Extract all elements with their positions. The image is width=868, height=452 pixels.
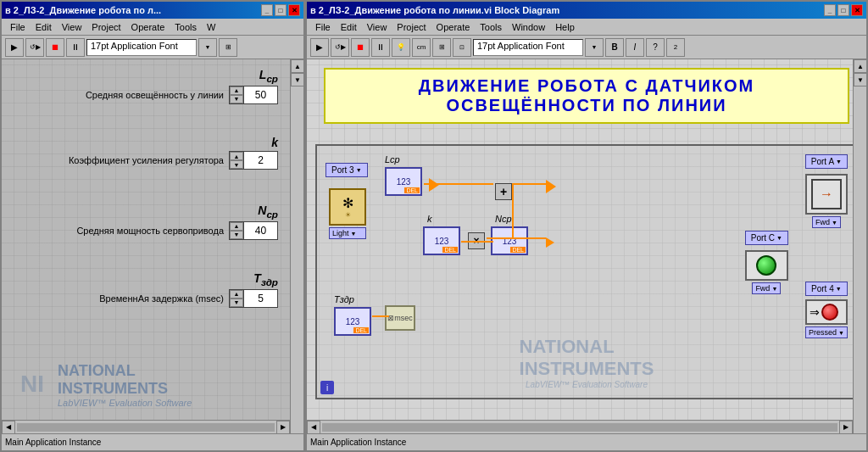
ncp-arrows[interactable]: ▲ ▼	[230, 222, 243, 239]
k-up[interactable]: ▲	[230, 152, 243, 160]
menu-operate-right[interactable]: Operate	[431, 21, 476, 33]
extra-btn[interactable]: 2	[666, 38, 685, 57]
menu-edit-right[interactable]: Edit	[336, 21, 362, 33]
k-numeric[interactable]: ▲ ▼ 2	[229, 151, 278, 170]
stop-btn-left[interactable]: ⏹	[46, 38, 64, 57]
run-cont-btn[interactable]: ↺▶	[25, 38, 44, 57]
snap-btn[interactable]: ⊞	[219, 38, 237, 57]
left-scrollbar-h[interactable]: ◀ ▶	[2, 420, 290, 433]
scroll-up-right[interactable]: ▲	[854, 59, 866, 73]
stop-btn-right[interactable]: ⏹	[351, 38, 370, 57]
close-btn[interactable]: ✕	[288, 4, 300, 16]
lcp-numeric[interactable]: ▲ ▼ 50	[229, 86, 278, 104]
close-btn-right[interactable]: ✕	[851, 4, 863, 16]
font-size-btn[interactable]: ▼	[198, 38, 217, 57]
tzadr-arrows[interactable]: ▲ ▼	[230, 290, 243, 307]
menu-view-right[interactable]: View	[362, 21, 392, 33]
scroll-h-track-left[interactable]	[17, 423, 275, 432]
tzadr-numeric[interactable]: ▲ ▼ 5	[229, 289, 278, 308]
run-btn-right[interactable]: ▶	[310, 38, 329, 57]
port4-node[interactable]: Port 4 ▼	[805, 282, 848, 296]
port4-control[interactable]: ⇒	[805, 299, 848, 325]
ncp-value[interactable]: 40	[243, 222, 277, 239]
light-sensor-node[interactable]: ✻ ☀	[329, 188, 366, 226]
right-scrollbar-h[interactable]: ◀ ▶	[307, 420, 853, 433]
lcp-up[interactable]: ▲	[230, 86, 243, 95]
pause-btn-right[interactable]: ⏸	[371, 38, 390, 57]
font-selector-left[interactable]: 17pt Application Font	[86, 39, 197, 56]
k-node-box[interactable]: 123 DEL	[423, 226, 460, 255]
cm-btn[interactable]: cm	[412, 38, 431, 57]
menu-tools-right[interactable]: Tools	[475, 21, 507, 33]
lcp-down[interactable]: ▼	[230, 95, 243, 103]
ncp-up[interactable]: ▲	[230, 222, 243, 231]
k-down[interactable]: ▼	[230, 160, 243, 169]
menu-project-right[interactable]: Project	[392, 21, 431, 33]
scroll-up-left[interactable]: ▲	[291, 59, 303, 73]
ncp-node-box[interactable]: 123 DEL	[491, 226, 528, 255]
help-btn[interactable]: ?	[646, 38, 665, 57]
msec-box[interactable]: ⊠msec	[385, 305, 415, 331]
k-arrows[interactable]: ▲ ▼	[230, 152, 243, 169]
tzadr-up[interactable]: ▲	[230, 290, 243, 299]
portc-node[interactable]: Port C ▼	[745, 231, 788, 245]
clean-btn[interactable]: ⊡	[453, 38, 471, 57]
font-selector-right[interactable]: 17pt Application Font	[473, 39, 583, 56]
tzadr-node-box[interactable]: 123 DEL	[334, 307, 371, 336]
scroll-left-left[interactable]: ◀	[2, 421, 15, 434]
left-scrollbar-v[interactable]: ▲ ▼	[290, 59, 303, 433]
lcp-numeric-node[interactable]: 123 DEL	[385, 167, 422, 196]
scroll-h-track-right[interactable]	[322, 423, 837, 432]
menu-edit-left[interactable]: Edit	[31, 21, 57, 33]
menu-operate-left[interactable]: Operate	[126, 21, 170, 33]
menu-file-right[interactable]: File	[310, 21, 336, 33]
tzadr-value[interactable]: 5	[243, 290, 277, 307]
italic-btn[interactable]: I	[626, 38, 644, 57]
align-btn[interactable]: ⊞	[432, 38, 451, 57]
maximize-btn-right[interactable]: □	[837, 4, 849, 16]
maximize-btn[interactable]: □	[275, 4, 287, 16]
menu-help-right[interactable]: Help	[550, 21, 580, 33]
scroll-down-left[interactable]: ▼	[291, 73, 303, 86]
right-scrollbar-v[interactable]: ▲ ▼	[853, 59, 866, 433]
lcp-arrows[interactable]: ▲ ▼	[230, 86, 243, 103]
port3-node[interactable]: Port 3 ▼	[326, 163, 368, 177]
k-value[interactable]: 2	[243, 152, 277, 169]
porta-fwd[interactable]: →	[811, 179, 842, 209]
font-size-btn-right[interactable]: ▼	[585, 38, 604, 57]
port3-arrow[interactable]: ▼	[356, 167, 362, 173]
lcp-value[interactable]: 50	[243, 86, 277, 103]
porta-control[interactable]: →	[805, 174, 848, 215]
menu-view-left[interactable]: View	[57, 21, 87, 33]
ncp-down[interactable]: ▼	[230, 231, 243, 239]
ncp-numeric[interactable]: ▲ ▼ 40	[229, 221, 278, 240]
probe-btn[interactable]: 💡	[392, 38, 410, 57]
menu-file-left[interactable]: File	[5, 21, 31, 33]
scroll-right-right[interactable]: ▶	[839, 421, 853, 434]
portc-control[interactable]	[745, 250, 788, 281]
msec-node[interactable]: ⊠msec	[385, 305, 415, 331]
add-symbol[interactable]: +	[495, 183, 512, 200]
tzadr-numeric-node[interactable]: 123 DEL	[334, 307, 371, 336]
scroll-right-left[interactable]: ▶	[276, 421, 290, 434]
scroll-down-right[interactable]: ▼	[854, 73, 866, 86]
pause-btn-left[interactable]: ⏸	[66, 38, 85, 57]
minimize-btn-right[interactable]: _	[824, 4, 836, 16]
menu-tools-left[interactable]: Tools	[170, 21, 202, 33]
tzadr-down[interactable]: ▼	[230, 299, 243, 307]
porta-node[interactable]: Port A ▼	[805, 154, 848, 169]
port3-label[interactable]: Port 3 ▼	[326, 163, 368, 177]
lcp-node-box[interactable]: 123 DEL	[385, 167, 422, 196]
k-numeric-node[interactable]: 123 DEL	[423, 226, 460, 255]
menu-window-right[interactable]: Window	[507, 21, 550, 33]
run-cont-btn-right[interactable]: ↺▶	[331, 38, 349, 57]
menu-w-left[interactable]: W	[202, 21, 220, 33]
menu-project-left[interactable]: Project	[86, 21, 125, 33]
ncp-numeric-node[interactable]: 123 DEL	[491, 226, 528, 255]
add-node[interactable]: +	[495, 183, 512, 200]
minimize-btn[interactable]: _	[261, 4, 273, 16]
diagram-frame: i Port 3 ▼ Lcp 123 DEL	[315, 144, 858, 399]
run-btn-left[interactable]: ▶	[5, 38, 24, 57]
bold-btn[interactable]: B	[605, 38, 624, 57]
scroll-left-right[interactable]: ◀	[307, 421, 320, 434]
